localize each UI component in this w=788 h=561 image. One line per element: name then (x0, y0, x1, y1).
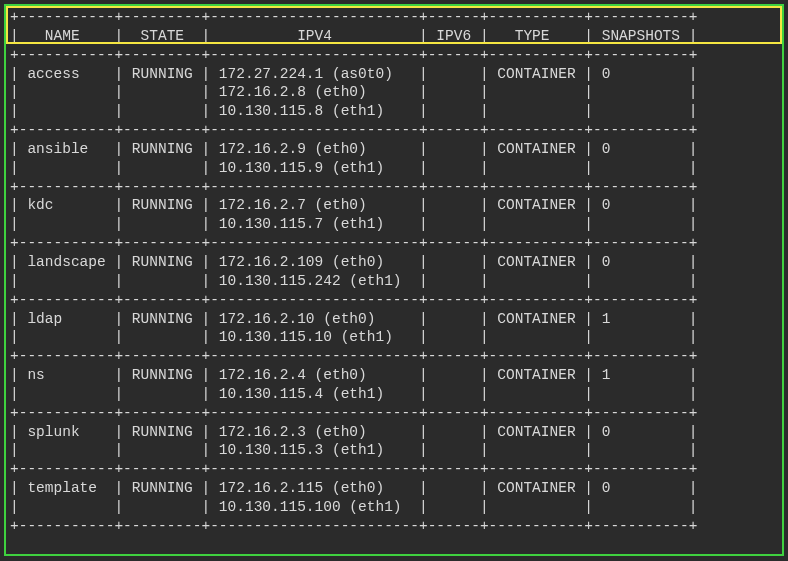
yellow-header-highlight (6, 6, 782, 44)
terminal-frame: +-----------+---------+-----------------… (0, 0, 788, 561)
container-list-table: +-----------+---------+-----------------… (10, 8, 697, 536)
